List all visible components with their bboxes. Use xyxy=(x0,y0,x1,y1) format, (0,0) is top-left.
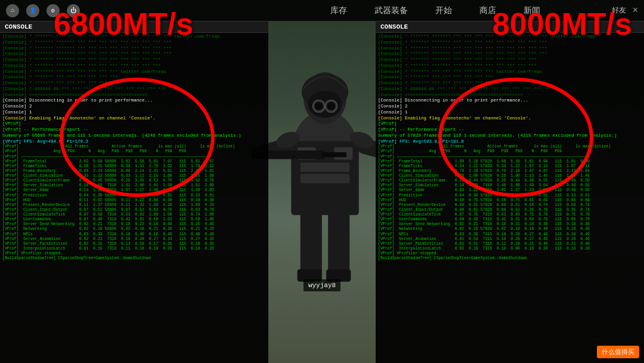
nav-weapons[interactable]: 武器装备 xyxy=(370,4,413,17)
svg-rect-19 xyxy=(328,212,349,273)
home-icon[interactable]: ⌂ xyxy=(6,4,19,17)
nav-inventory[interactable]: 库存 xyxy=(326,4,352,17)
right-ram-label: 8000MT/s xyxy=(493,6,632,42)
left-ram-label: 6800MT/s xyxy=(54,6,193,42)
user-icon[interactable]: 👤 xyxy=(26,4,39,17)
right-console-content: [Console] * ******* ******* *** *** *** … xyxy=(376,33,644,262)
svg-rect-5 xyxy=(301,174,350,183)
svg-rect-4 xyxy=(301,163,350,172)
svg-point-12 xyxy=(327,102,335,110)
nav-close-button[interactable]: × xyxy=(632,5,638,16)
svg-rect-17 xyxy=(322,152,346,157)
left-console-content: [Console] * ******* ******* *** *** *** … xyxy=(0,33,268,262)
svg-point-11 xyxy=(314,102,323,110)
username-overlay: wyyjay8 xyxy=(304,279,340,291)
left-console-panel: CONSOLE [Console] * ******* ******* *** … xyxy=(0,21,268,363)
nav-start[interactable]: 开始 xyxy=(431,4,457,17)
svg-rect-18 xyxy=(301,212,322,273)
watermark: 什么值得买 xyxy=(597,346,639,358)
right-console-panel: CONSOLE [Console] * ******* ******* *** … xyxy=(376,21,644,363)
